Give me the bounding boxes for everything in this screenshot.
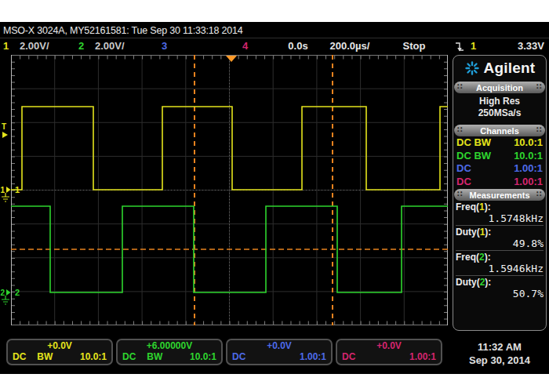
measurements-list: Freq(1): 1.5748kHz Duty(1): 49.8% Freq(2… xyxy=(453,201,546,299)
channel-marker-label: 2 xyxy=(1,289,5,297)
ch2-scale: 2.00V/ xyxy=(95,38,125,54)
channel-marker-label: 1 xyxy=(1,186,5,194)
measurement-name: Duty(1): xyxy=(456,227,544,238)
horizontal-offset: 0.0s xyxy=(276,38,320,54)
measurement-name: Freq(2): xyxy=(456,252,544,263)
date: Sep 30, 2014 xyxy=(453,354,547,367)
ch4-offset: +0.0V xyxy=(337,340,441,352)
divider xyxy=(456,225,544,226)
measurement-value: 49.8% xyxy=(456,238,544,249)
timebase: 200.0µs/ xyxy=(317,38,383,54)
agilent-logo-icon xyxy=(464,60,480,76)
grip-icon: ∷ xyxy=(536,190,542,198)
channels-list: DC BW 10.0:1 DC BW 10.0:1 DC 1.00:1 DC 1… xyxy=(453,136,546,188)
ch1-bw-limit: BW xyxy=(37,352,53,362)
grip-icon: ∷ xyxy=(457,190,463,198)
channel-row-1: DC BW 10.0:1 xyxy=(453,136,546,150)
ch2-bw-limit: BW xyxy=(147,352,162,362)
measurement-name: Freq(1): xyxy=(456,201,544,212)
trigger-level-icon xyxy=(2,132,8,138)
ch1-number: 1 xyxy=(3,38,9,54)
measurement-value: 50.7% xyxy=(456,288,544,299)
waveform-display: T1122 xyxy=(0,55,451,326)
ch2-probe: 10.0:1 xyxy=(190,352,216,362)
status-bar: 1 2.00V/ 2 2.00V/ 3 4 0.0s 200.0µs/ Stop… xyxy=(0,38,549,55)
ch4-number: 4 xyxy=(242,38,248,54)
channels-header[interactable]: ∷ Channels ∷ xyxy=(454,125,545,136)
channel-coupling: DC xyxy=(456,176,471,189)
grip-icon: ∷ xyxy=(457,82,463,91)
grip-icon: ∷ xyxy=(457,125,463,134)
channel-coupling: DC xyxy=(456,162,471,176)
trigger-source: 1 xyxy=(471,38,476,54)
ch3-coupling: DC xyxy=(232,352,245,362)
sample-rate: 250MSa/s xyxy=(453,107,546,119)
ch4-coupling: DC xyxy=(342,352,355,362)
title-bar: MSO-X 3024A, MY52161581: Tue Sep 30 11:3… xyxy=(3,24,544,38)
probe-ratio: 1.00:1 xyxy=(514,176,543,189)
run-state: Stop xyxy=(392,38,436,54)
channel-marker-icon xyxy=(6,187,11,193)
ch3-status-box[interactable]: +0.0V DC1.00:1 xyxy=(226,339,333,365)
ch3-probe: 1.00:1 xyxy=(300,352,326,362)
ch2-number: 2 xyxy=(78,38,84,54)
divider xyxy=(456,250,544,251)
measurement-value: 1.5946kHz xyxy=(456,263,544,274)
brand-row: Agilent xyxy=(453,56,546,81)
measurements-title: Measurements xyxy=(469,191,529,200)
ch1-coupling: DC xyxy=(13,352,26,362)
ch3-number: 3 xyxy=(162,38,167,54)
channel-coupling: DC BW xyxy=(456,150,491,163)
model-serial-datetime: MSO-X 3024A, MY52161581: Tue Sep 30 11:3… xyxy=(3,25,242,36)
channel-row-2: DC BW 10.0:1 xyxy=(453,150,546,163)
trigger-edge-icon xyxy=(454,41,465,53)
trigger-level: 3.33V xyxy=(491,38,544,54)
time: 11:32 AM xyxy=(453,340,547,354)
channel-row-4: DC 1.00:1 xyxy=(453,176,546,189)
ch1-status-box[interactable]: +0.0V DCBW10.0:1 xyxy=(6,339,113,365)
channel-row-3: DC 1.00:1 xyxy=(453,162,546,176)
divider xyxy=(456,275,544,276)
ch1-scale: 2.00V/ xyxy=(20,38,49,54)
clock: 11:32 AM Sep 30, 2014 xyxy=(453,340,547,367)
channels-title: Channels xyxy=(480,126,519,136)
measurements-header[interactable]: ∷ Measurements ∷ xyxy=(454,189,545,201)
grip-icon: ∷ xyxy=(536,125,542,134)
scope-screen: MSO-X 3024A, MY52161581: Tue Sep 30 11:3… xyxy=(0,22,549,374)
ch2-status-box[interactable]: +6.00000V DCBW10.0:1 xyxy=(116,339,223,365)
sidebar: Agilent ∷ Acquisition ∷ High Res 250MSa/… xyxy=(453,55,547,331)
ch1-probe: 10.0:1 xyxy=(80,352,107,362)
acquisition-title: Acquisition xyxy=(476,83,523,93)
probe-ratio: 10.0:1 xyxy=(514,150,543,163)
probe-ratio: 10.0:1 xyxy=(514,136,543,150)
acquisition-header[interactable]: ∷ Acquisition ∷ xyxy=(454,82,545,93)
measurement-value: 1.5748kHz xyxy=(456,212,544,224)
probe-ratio: 1.00:1 xyxy=(514,162,543,176)
brand-name: Agilent xyxy=(484,60,536,77)
channel-number-label: 1 xyxy=(15,185,20,194)
ch2-offset: +6.00000V xyxy=(118,340,221,352)
channel-coupling: DC BW xyxy=(456,136,491,150)
grip-icon: ∷ xyxy=(536,82,542,91)
oscilloscope-screenshot: MSO-X 3024A, MY52161581: Tue Sep 30 11:3… xyxy=(0,0,549,392)
ch2-coupling: DC xyxy=(122,352,136,362)
acquisition-info: High Res 250MSa/s xyxy=(453,93,546,124)
ch1-offset: +0.0V xyxy=(8,340,111,352)
ch3-offset: +0.0V xyxy=(227,340,331,352)
channel-number-label: 2 xyxy=(15,288,20,297)
acquisition-mode: High Res xyxy=(453,96,546,107)
measurement-name: Duty(2): xyxy=(456,277,544,288)
ch4-probe: 1.00:1 xyxy=(409,352,436,362)
trigger-position-icon xyxy=(226,56,237,62)
ch4-status-box[interactable]: +0.0V DC1.00:1 xyxy=(336,339,442,365)
trigger-level-label: T xyxy=(2,122,6,131)
channel-marker-icon xyxy=(6,289,11,296)
